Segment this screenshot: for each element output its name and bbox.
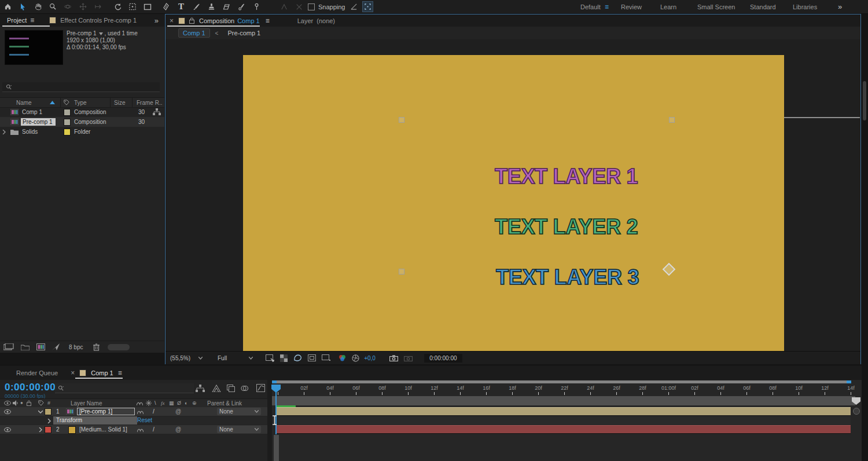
info-dropdown-icon[interactable] bbox=[99, 32, 103, 35]
lock-column-icon[interactable] bbox=[27, 400, 31, 406]
label-chip[interactable] bbox=[64, 129, 71, 136]
timeline-search-field[interactable] bbox=[55, 383, 194, 393]
graph-editor-icon[interactable] bbox=[256, 384, 265, 392]
home-tool-button[interactable] bbox=[0, 0, 15, 13]
frame-blend-switch-icon[interactable]: ▦ bbox=[169, 400, 174, 406]
parent-link-column[interactable]: Parent & Link bbox=[207, 400, 242, 407]
panel-divider[interactable] bbox=[784, 117, 860, 118]
region-of-interest-icon[interactable] bbox=[308, 354, 316, 361]
workspace-overflow-button[interactable]: » bbox=[838, 0, 842, 13]
project-row-comp1[interactable]: Comp 1 Composition 30 bbox=[0, 107, 164, 117]
snap-angle-icon[interactable] bbox=[350, 3, 358, 10]
workspace-tab-libraries[interactable]: Libraries bbox=[793, 0, 817, 13]
new-folder-icon[interactable] bbox=[21, 344, 30, 350]
viewer-tab-label[interactable]: Composition bbox=[199, 17, 234, 24]
workspace-menu-icon[interactable]: ≡ bbox=[605, 0, 609, 13]
quality-switch-icon[interactable]: / bbox=[153, 408, 155, 415]
solo-column-icon[interactable]: ● bbox=[20, 400, 23, 405]
puppet-pin-tool-button[interactable] bbox=[249, 0, 264, 13]
layer-name[interactable]: [Medium... Solid 1] bbox=[79, 426, 127, 433]
roto-brush-tool-button[interactable] bbox=[234, 0, 249, 13]
transform-reset-button[interactable]: Reset bbox=[137, 417, 152, 423]
timeline-menu-icon[interactable]: ≡ bbox=[118, 369, 122, 377]
label-column-icon[interactable] bbox=[64, 100, 69, 105]
quality-switch-icon[interactable]: / bbox=[153, 426, 155, 433]
column-frame-rate[interactable]: Frame R.. bbox=[137, 100, 162, 106]
layer-bar-precomp[interactable] bbox=[277, 407, 851, 416]
selection-tool-button[interactable] bbox=[15, 0, 30, 13]
project-search-field[interactable] bbox=[2, 82, 160, 92]
transparency-grid-icon[interactable] bbox=[280, 354, 288, 362]
layer-row-2[interactable]: 2 [Medium... Solid 1] / @ None bbox=[0, 425, 267, 434]
layer-name-edit-field[interactable]: [Pre-comp 1] bbox=[77, 408, 135, 415]
expander-icon[interactable] bbox=[39, 427, 42, 432]
collapse-switch-icon[interactable] bbox=[146, 400, 152, 406]
expander-icon[interactable] bbox=[47, 419, 51, 423]
project-item-name[interactable]: Comp 1 bbox=[22, 109, 42, 115]
expander-icon[interactable] bbox=[2, 130, 6, 134]
layer-handle[interactable] bbox=[669, 117, 675, 123]
guides-icon[interactable] bbox=[322, 354, 330, 361]
transform-group-label[interactable]: Transform bbox=[53, 416, 137, 425]
column-size[interactable]: Size bbox=[114, 100, 125, 106]
composition-canvas[interactable]: TEXT LAYER 1 TEXT LAYER 2 TEXT LAYER 3 bbox=[243, 55, 784, 359]
work-area-bar[interactable] bbox=[272, 380, 851, 383]
frame-blending-icon[interactable] bbox=[241, 385, 248, 392]
workspace-tab-learn[interactable]: Learn bbox=[660, 0, 676, 13]
close-tab-icon[interactable]: × bbox=[170, 17, 174, 25]
flowchart-icon[interactable] bbox=[153, 108, 161, 116]
sort-ascending-icon[interactable] bbox=[50, 101, 55, 104]
shy-switch-icon[interactable] bbox=[137, 427, 144, 433]
work-area-end-handle[interactable] bbox=[847, 380, 851, 383]
chevron-down-icon[interactable] bbox=[249, 357, 253, 360]
channel-icon[interactable] bbox=[339, 354, 346, 362]
track-scrollbar-stub[interactable] bbox=[274, 435, 279, 461]
brush-tool-button[interactable] bbox=[189, 0, 204, 13]
layer-name-column[interactable]: Layer Name bbox=[71, 400, 102, 407]
project-item-name[interactable]: Solids bbox=[22, 129, 38, 135]
layer-handle[interactable] bbox=[399, 117, 404, 123]
eye-icon[interactable] bbox=[4, 409, 11, 414]
project-settings-icon[interactable] bbox=[52, 343, 60, 350]
workspace-tab-standard[interactable]: Standard bbox=[750, 0, 776, 13]
pick-whip-icon[interactable]: @ bbox=[175, 408, 181, 415]
tab-project[interactable]: Project bbox=[7, 17, 27, 24]
clone-stamp-tool-button[interactable] bbox=[204, 0, 219, 13]
shy-layers-icon[interactable] bbox=[227, 385, 235, 392]
pan-behind-tool-button[interactable] bbox=[125, 0, 140, 13]
text-layer-3[interactable]: TEXT LAYER 3 bbox=[496, 265, 639, 290]
audio-column-icon[interactable] bbox=[13, 400, 18, 406]
adjustment-switch-icon[interactable]: ◐ bbox=[185, 400, 187, 406]
rotation-tool-button[interactable] bbox=[110, 0, 125, 13]
motion-blur-switch-icon[interactable]: Ø bbox=[177, 400, 181, 406]
work-area-start-handle[interactable] bbox=[272, 380, 277, 383]
mask-visibility-icon[interactable] bbox=[293, 354, 302, 361]
mini-flowchart-icon[interactable] bbox=[196, 385, 205, 392]
zoom-tool-button[interactable] bbox=[45, 0, 60, 13]
project-row-precomp1[interactable]: Pre-comp 1 Composition 30 bbox=[0, 117, 164, 127]
viewer-tab-comp-name[interactable]: Comp 1 bbox=[237, 17, 260, 24]
breadcrumb-parent[interactable]: Comp 1 bbox=[178, 28, 210, 38]
timeline-timecode[interactable]: 0:00:00:00 bbox=[5, 382, 56, 393]
text-layer-2[interactable]: TEXT LAYER 2 bbox=[495, 215, 638, 239]
footer-slider[interactable] bbox=[108, 344, 130, 350]
close-tab-icon[interactable]: × bbox=[71, 369, 75, 377]
hand-tool-button[interactable] bbox=[30, 0, 45, 13]
project-panel-menu-icon[interactable]: ≡ bbox=[30, 16, 34, 24]
quality-switch-icon[interactable]: \ bbox=[155, 400, 156, 406]
layer-label-chip[interactable] bbox=[45, 426, 52, 433]
shy-switch-icon[interactable] bbox=[137, 409, 144, 415]
layer-tab-label[interactable]: Layer bbox=[297, 17, 314, 24]
trash-icon[interactable] bbox=[93, 343, 100, 351]
workspace-tab-small-screen[interactable]: Small Screen bbox=[697, 0, 735, 13]
effect-controls-panel-icon[interactable] bbox=[49, 17, 56, 24]
view-options-icon[interactable] bbox=[266, 354, 274, 362]
project-row-solids[interactable]: Solids Folder bbox=[0, 127, 164, 137]
text-layer-1[interactable]: TEXT LAYER 1 bbox=[495, 164, 638, 189]
eye-icon[interactable] bbox=[4, 427, 11, 432]
lock-icon[interactable] bbox=[189, 17, 194, 24]
workspace-tab-default[interactable]: Default bbox=[580, 0, 601, 13]
hash-column[interactable]: # bbox=[47, 400, 50, 406]
pen-tool-button[interactable] bbox=[159, 0, 174, 13]
anchor-point-handle[interactable] bbox=[663, 263, 676, 276]
